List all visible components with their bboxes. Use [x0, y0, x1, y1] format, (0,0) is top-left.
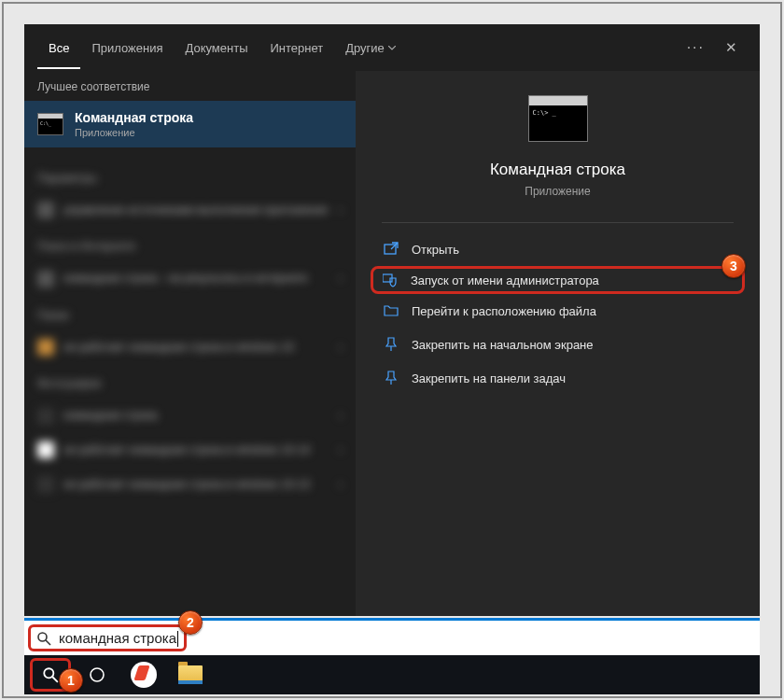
results-panel: Лучшее соответствие Командная строка При…	[24, 71, 356, 616]
preview-title: Командная строка	[356, 161, 760, 179]
tab-more[interactable]: Другие	[334, 27, 407, 69]
svg-point-4	[44, 668, 53, 678]
search-icon	[42, 666, 59, 683]
search-panel: Все Приложения Документы Интернет Другие…	[24, 24, 760, 616]
taskbar-search-button[interactable]: 1	[30, 658, 71, 692]
action-pin-start[interactable]: Закрепить на начальном экране	[371, 328, 745, 361]
callout-badge-2: 2	[178, 610, 203, 635]
result-title: Командная строка	[75, 110, 343, 125]
svg-line-5	[52, 677, 58, 682]
pin-start-icon	[384, 337, 399, 352]
action-open[interactable]: Открыть	[371, 232, 745, 266]
chevron-down-icon	[388, 46, 396, 50]
tab-all[interactable]: Все	[37, 27, 80, 69]
main-area: Лучшее соответствие Командная строка При…	[24, 71, 760, 616]
explorer-icon	[178, 665, 203, 684]
best-match-text: Командная строка Приложение	[75, 110, 343, 138]
preview-cmd-icon	[528, 95, 588, 142]
more-menu-icon[interactable]: ···	[687, 39, 705, 56]
svg-point-6	[91, 668, 104, 681]
best-match-label: Лучшее соответствие	[24, 71, 356, 101]
taskbar-browser-button[interactable]	[123, 658, 164, 692]
search-input[interactable]: командная строка	[59, 630, 176, 646]
action-pin-taskbar-label: Закрепить на панели задач	[412, 371, 566, 385]
action-list: Открыть 3 Запуск от имени администратора	[356, 232, 760, 395]
tabs-right: ··· ✕	[687, 39, 747, 56]
preview-sub: Приложение	[356, 185, 760, 198]
divider	[382, 222, 734, 223]
search-box[interactable]: 2 командная строка	[28, 624, 187, 651]
tab-apps[interactable]: Приложения	[80, 27, 174, 69]
open-icon	[384, 242, 399, 257]
svg-line-3	[46, 640, 50, 645]
action-run-admin-label: Запуск от имени администратора	[411, 273, 599, 287]
action-pin-start-label: Закрепить на начальном экране	[412, 338, 594, 352]
tab-docs[interactable]: Документы	[174, 27, 259, 69]
tab-more-label: Другие	[345, 41, 385, 55]
tab-web[interactable]: Интернет	[259, 27, 334, 69]
window-frame: Все Приложения Документы Интернет Другие…	[2, 2, 782, 698]
pin-taskbar-icon	[384, 371, 399, 385]
search-icon	[36, 631, 51, 646]
result-sub: Приложение	[75, 127, 343, 138]
tabs-row: Все Приложения Документы Интернет Другие…	[24, 24, 760, 71]
action-file-location-label: Перейти к расположению файла	[412, 304, 596, 318]
preview-panel: Командная строка Приложение Открыть 3	[356, 71, 760, 616]
taskbar-cortana-button[interactable]	[77, 658, 118, 692]
shield-icon	[383, 273, 398, 287]
taskbar: 1	[24, 655, 760, 694]
browser-icon	[131, 662, 157, 688]
action-file-location[interactable]: Перейти к расположению файла	[371, 294, 745, 328]
taskbar-explorer-button[interactable]	[170, 658, 211, 692]
svg-point-2	[38, 633, 47, 641]
action-pin-taskbar[interactable]: Закрепить на панели задач	[371, 361, 745, 395]
best-match-result[interactable]: Командная строка Приложение	[24, 101, 356, 147]
callout-badge-1: 1	[59, 668, 83, 693]
folder-icon	[384, 303, 399, 318]
action-run-admin[interactable]: 3 Запуск от имени администратора	[371, 266, 745, 294]
search-input-row: 2 командная строка	[24, 618, 760, 655]
cmd-icon	[37, 113, 63, 135]
callout-badge-3: 3	[721, 254, 746, 278]
action-open-label: Открыть	[412, 243, 459, 257]
close-icon[interactable]: ✕	[725, 39, 737, 56]
cortana-icon	[88, 665, 106, 684]
other-results-blurred: Параметры управление источниками выполне…	[24, 147, 356, 616]
